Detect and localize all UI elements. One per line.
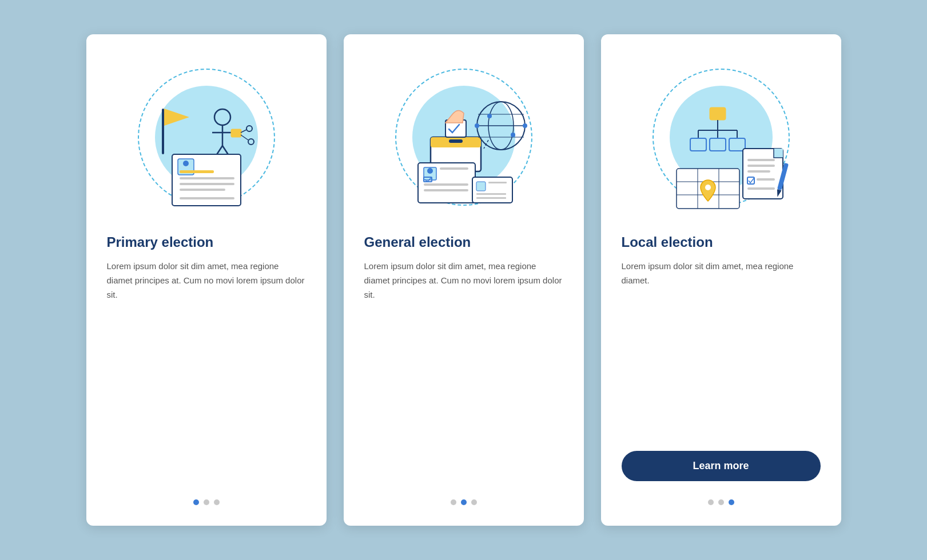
svg-rect-18 [180, 189, 225, 191]
svg-rect-37 [440, 167, 468, 170]
svg-rect-54 [729, 138, 745, 151]
svg-rect-39 [424, 189, 468, 191]
dot-2 [461, 499, 467, 505]
svg-point-71 [705, 185, 711, 190]
svg-line-33 [484, 140, 488, 149]
cards-container: Primary election Lorem ipsum dolor sit d… [63, 11, 864, 549]
svg-point-14 [183, 161, 189, 166]
card-general-title: General election [364, 234, 563, 250]
svg-rect-16 [180, 177, 234, 179]
svg-rect-17 [180, 183, 234, 185]
svg-rect-46 [710, 107, 726, 120]
svg-rect-42 [476, 182, 486, 191]
svg-point-2 [214, 109, 230, 125]
svg-rect-44 [476, 193, 506, 195]
dot-1 [451, 499, 456, 505]
dot-2 [718, 499, 724, 505]
learn-more-button[interactable]: Learn more [622, 451, 821, 481]
dot-3 [729, 499, 734, 505]
dot-3 [214, 499, 220, 505]
card-general-election: General election Lorem ipsum dolor sit d… [344, 34, 584, 526]
svg-rect-38 [424, 183, 468, 186]
dot-1 [708, 499, 714, 505]
svg-line-11 [241, 135, 248, 140]
svg-point-31 [511, 133, 515, 137]
svg-rect-57 [747, 159, 775, 161]
svg-marker-1 [164, 109, 189, 126]
dot-1 [193, 499, 199, 505]
card-general-text: Lorem ipsum dolor sit dim amet, mea regi… [364, 259, 563, 481]
svg-point-8 [246, 126, 252, 131]
card-primary-election: Primary election Lorem ipsum dolor sit d… [86, 34, 327, 526]
svg-rect-58 [747, 165, 775, 167]
svg-point-30 [487, 114, 492, 118]
svg-rect-15 [180, 170, 214, 173]
card-primary-text: Lorem ipsum dolor sit dim amet, mea regi… [107, 259, 306, 481]
illustration-general [384, 57, 544, 217]
card-primary-title: Primary election [107, 234, 306, 250]
card-local-text: Lorem ipsum dolor sit dim amet, mea regi… [622, 259, 821, 439]
svg-rect-53 [710, 138, 726, 151]
svg-rect-52 [690, 138, 706, 151]
svg-rect-59 [747, 170, 770, 173]
svg-point-29 [475, 123, 479, 128]
dot-3 [471, 499, 477, 505]
card-local-title: Local election [622, 234, 821, 250]
svg-point-36 [427, 168, 433, 174]
illustration-primary [126, 57, 287, 217]
svg-rect-61 [757, 178, 775, 181]
svg-marker-56 [774, 149, 783, 158]
svg-rect-45 [476, 197, 506, 199]
svg-point-32 [523, 123, 527, 128]
card-local-election: Local election Lorem ipsum dolor sit dim… [601, 34, 841, 526]
svg-rect-22 [449, 139, 463, 143]
dots-primary [193, 499, 220, 505]
svg-rect-19 [180, 197, 234, 199]
dots-local [708, 499, 734, 505]
svg-rect-43 [488, 182, 507, 183]
svg-point-10 [248, 139, 254, 145]
svg-rect-7 [231, 129, 241, 137]
dots-general [451, 499, 477, 505]
dot-2 [204, 499, 209, 505]
svg-rect-0 [162, 109, 164, 154]
svg-rect-62 [747, 187, 775, 190]
illustration-local [641, 57, 801, 217]
